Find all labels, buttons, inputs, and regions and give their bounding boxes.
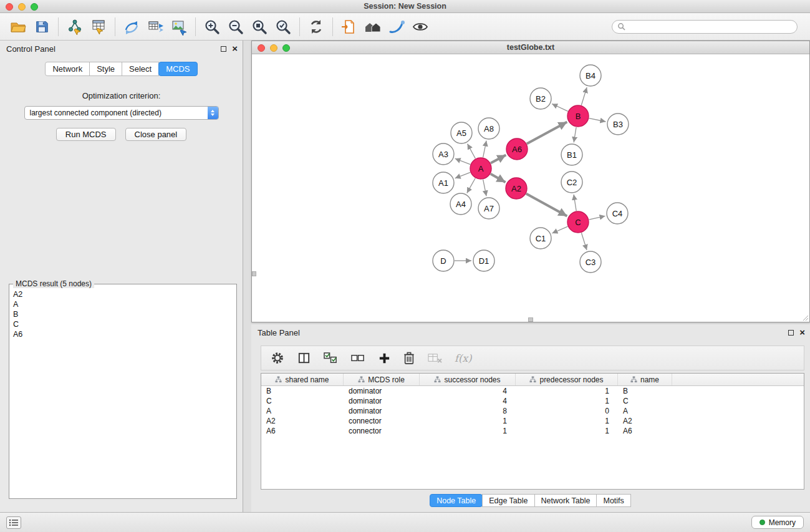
zoom-fit-icon[interactable] — [248, 16, 271, 37]
select-all-icon[interactable] — [323, 352, 339, 365]
home-icon[interactable] — [361, 16, 385, 37]
tab-style[interactable]: Style — [89, 62, 122, 76]
close-table-panel-icon[interactable]: × — [799, 329, 805, 336]
show-hide-eye-icon[interactable] — [408, 16, 432, 37]
graph-node-A4[interactable]: A4 — [450, 193, 471, 215]
export-image-icon[interactable] — [167, 16, 191, 37]
graph-edge-B-B2[interactable] — [552, 104, 568, 112]
graph-edge-C-C2[interactable] — [574, 195, 576, 211]
graph-edge-A6-B[interactable] — [527, 122, 567, 144]
result-item[interactable]: A — [13, 299, 233, 309]
graph-edge-B-B4[interactable] — [581, 87, 587, 105]
graph-edge-C-C3[interactable] — [581, 233, 587, 250]
maximize-window-button[interactable] — [31, 3, 38, 11]
tab-select[interactable]: Select — [122, 62, 159, 76]
graph-node-A2[interactable]: A2 — [506, 178, 527, 199]
maximize-network-window-button[interactable] — [282, 44, 290, 52]
graph-edge-B-B3[interactable] — [589, 118, 606, 122]
table-row[interactable]: Adominator80A — [261, 406, 804, 416]
graph-edge-A-A3[interactable] — [455, 158, 471, 164]
graph-edge-A-A8[interactable] — [483, 141, 486, 158]
resize-grip[interactable] — [801, 314, 809, 321]
table-row[interactable]: A2connector11A2 — [261, 416, 804, 426]
graph-node-A8[interactable]: A8 — [478, 118, 499, 139]
column-header-successor-nodes[interactable]: successor nodes — [420, 374, 516, 385]
search-field[interactable] — [612, 20, 798, 34]
graph-edge-B-B1[interactable] — [574, 127, 576, 143]
optimization-criterion-select[interactable]: largest connected component (directed) — [24, 106, 219, 120]
graph-edge-C-C4[interactable] — [589, 216, 605, 220]
export-document-icon[interactable] — [337, 16, 361, 37]
style-brush-icon[interactable] — [385, 16, 408, 37]
close-panel-icon[interactable]: × — [232, 45, 238, 52]
graph-node-C2[interactable]: C2 — [561, 172, 582, 193]
tab-edge-table[interactable]: Edge Table — [482, 494, 534, 507]
graph-node-A5[interactable]: A5 — [451, 122, 472, 143]
column-header-shared-name[interactable]: shared name — [261, 374, 344, 385]
graph-node-D1[interactable]: D1 — [473, 250, 494, 271]
graph-node-C1[interactable]: C1 — [530, 228, 551, 249]
graph-edge-C-C1[interactable] — [552, 226, 567, 233]
table-row[interactable]: Cdominator41C — [261, 396, 804, 406]
search-input[interactable] — [629, 22, 792, 31]
table-row[interactable]: Bdominator41B — [261, 386, 804, 396]
refresh-layout-icon[interactable] — [304, 16, 328, 37]
close-panel-button[interactable]: Close panel — [125, 128, 187, 141]
graph-edge-A-A6[interactable] — [491, 155, 506, 163]
graph-node-A[interactable]: A — [470, 158, 491, 179]
graph-edge-A-A7[interactable] — [483, 180, 486, 196]
graph-node-B1[interactable]: B1 — [561, 144, 582, 165]
column-header-mcds-role[interactable]: MCDS role — [344, 374, 420, 385]
column-header-predecessor-nodes[interactable]: predecessor nodes — [516, 374, 618, 385]
column-header-name[interactable]: name — [618, 374, 672, 385]
graph-node-A1[interactable]: A1 — [433, 172, 454, 193]
add-column-icon[interactable] — [378, 352, 391, 365]
open-session-icon[interactable] — [6, 16, 30, 37]
result-item[interactable]: B — [13, 309, 233, 319]
graph-node-B2[interactable]: B2 — [530, 88, 551, 109]
result-item[interactable]: A2 — [13, 289, 233, 299]
graph-node-A7[interactable]: A7 — [478, 198, 499, 219]
graph-node-B4[interactable]: B4 — [580, 65, 601, 86]
import-network-file-icon[interactable] — [63, 16, 87, 37]
network-canvas[interactable]: B4B2BB3A5A8A6A3B1AC2A1A2A4A7C4CC1DD1C3 — [252, 54, 809, 322]
memory-button[interactable]: Memory — [751, 516, 804, 529]
graph-node-C4[interactable]: C4 — [607, 203, 628, 224]
graph-edge-A2-C[interactable] — [526, 194, 567, 216]
zoom-out-icon[interactable] — [224, 16, 248, 37]
minimize-network-window-button[interactable] — [270, 44, 277, 52]
task-history-icon[interactable] — [6, 516, 21, 529]
graph-node-C[interactable]: C — [567, 211, 589, 233]
deselect-all-icon[interactable] — [350, 352, 366, 365]
import-table-file-icon[interactable] — [87, 16, 110, 37]
table-row[interactable]: A6connector11A6 — [261, 426, 804, 436]
graph-node-A3[interactable]: A3 — [433, 143, 454, 165]
graph-edge-A-A2[interactable] — [491, 174, 506, 182]
tab-network[interactable]: Network — [45, 62, 90, 76]
gear-icon[interactable] — [270, 351, 285, 365]
vertical-splitter-handle[interactable] — [252, 271, 256, 276]
export-table-icon[interactable] — [143, 16, 167, 37]
float-panel-icon[interactable] — [221, 46, 226, 52]
graph-edge-A-A1[interactable] — [455, 172, 471, 178]
delete-column-icon[interactable] — [403, 351, 415, 365]
zoom-in-icon[interactable] — [200, 16, 224, 37]
zoom-selected-icon[interactable] — [271, 16, 295, 37]
tab-network-table[interactable]: Network Table — [534, 494, 597, 507]
graph-node-B3[interactable]: B3 — [607, 114, 629, 135]
minimize-window-button[interactable] — [18, 3, 26, 11]
graph-edge-A-A5[interactable] — [468, 144, 476, 159]
result-item[interactable]: A6 — [13, 329, 233, 339]
close-window-button[interactable] — [6, 3, 13, 11]
tab-motifs[interactable]: Motifs — [596, 494, 630, 507]
graph-node-B[interactable]: B — [567, 105, 589, 127]
result-item[interactable]: C — [13, 319, 233, 329]
tab-node-table[interactable]: Node Table — [430, 494, 483, 507]
new-network-icon[interactable] — [120, 16, 143, 37]
run-mcds-button[interactable]: Run MCDS — [56, 128, 116, 141]
save-session-icon[interactable] — [30, 16, 54, 37]
horizontal-splitter-handle[interactable] — [528, 317, 533, 322]
tab-mcds[interactable]: MCDS — [158, 62, 197, 76]
graph-node-D[interactable]: D — [433, 250, 454, 271]
graph-edge-A-A4[interactable] — [467, 178, 475, 193]
